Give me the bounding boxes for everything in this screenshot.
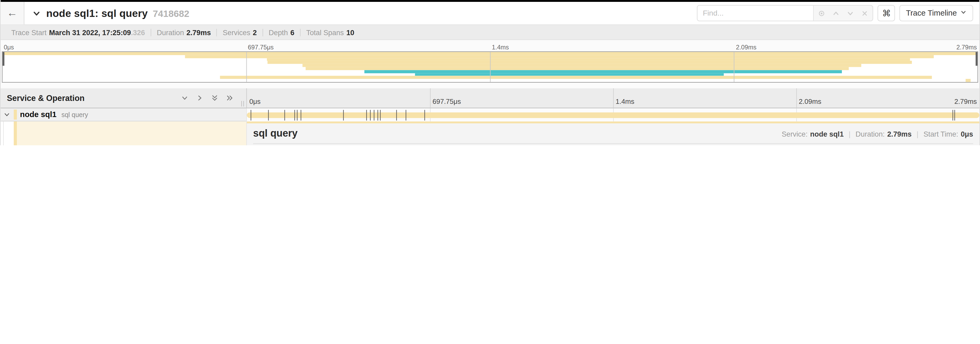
title-area: node sql1: sql query 7418682 <box>24 2 697 24</box>
minimap-tick-label: 2.79ms <box>956 44 977 51</box>
detail-row-left <box>0 122 247 145</box>
locate-icon[interactable] <box>818 9 826 17</box>
log-tick[interactable] <box>301 110 301 120</box>
indent-guide <box>3 122 4 145</box>
log-tick[interactable] <box>366 110 367 120</box>
log-tick[interactable] <box>952 110 953 120</box>
info-label: Depth <box>269 29 288 36</box>
meta-separator: | <box>849 130 851 138</box>
meta-separator: | <box>917 130 918 138</box>
operation-name: sql query <box>62 111 88 118</box>
minimap-tick-label: 697.75μs <box>248 44 274 51</box>
top-bar: ← node sql1: sql query 7418682 ⌘ Trace <box>0 2 979 25</box>
info-suffix: .326 <box>131 29 145 36</box>
minimap-tick-label: 0μs <box>4 44 14 51</box>
service-operation-title: Service & Operation <box>7 93 85 103</box>
ruler-tick-label: 1.4ms <box>616 98 634 105</box>
ruler-tick-label: 697.75μs <box>433 98 461 105</box>
minimap-canvas[interactable] <box>2 51 978 82</box>
trace-info-item: Duration2.79ms <box>151 29 216 36</box>
log-tick[interactable] <box>406 110 406 120</box>
log-tick[interactable] <box>374 110 374 120</box>
log-tick[interactable] <box>294 110 295 120</box>
span-bar[interactable] <box>247 112 980 118</box>
clear-search-icon[interactable] <box>861 9 869 17</box>
log-tick[interactable] <box>380 110 381 120</box>
find-group <box>697 5 873 21</box>
info-value: 10 <box>346 29 354 36</box>
trace-info-item: Trace StartMarch 31 2022, 17:25:09.326 <box>6 29 151 36</box>
log-tick[interactable] <box>955 110 955 120</box>
trace-info-item: Total Spans10 <box>300 29 360 36</box>
collapse-all-icon[interactable] <box>211 94 219 102</box>
tree-row-sql-query[interactable]: node sql1sql query <box>0 108 246 122</box>
log-tick[interactable] <box>343 110 344 120</box>
duration-value: 2.79ms <box>887 130 912 138</box>
trace-info-item: Depth6 <box>262 29 300 36</box>
service-label: Service: <box>782 130 808 138</box>
info-label: Duration <box>157 29 184 36</box>
divider <box>253 144 973 144</box>
log-tick[interactable] <box>370 110 371 120</box>
log-tick[interactable] <box>424 110 425 120</box>
back-arrow-icon: ← <box>7 7 18 19</box>
chevron-down-icon <box>960 9 967 18</box>
detail-header: sql queryService:node sql1|Duration:2.79… <box>253 128 973 139</box>
prev-result-icon[interactable] <box>832 9 840 17</box>
timeline-row[interactable] <box>247 108 980 122</box>
span-detail-panel: sql queryService:node sql1|Duration:2.79… <box>247 122 980 145</box>
minimap-span-bar <box>305 67 849 70</box>
keyboard-shortcuts-button[interactable]: ⌘ <box>878 5 895 21</box>
minimap-tick-label: 2.09ms <box>736 44 757 51</box>
span-bars-column: sql queryService:node sql1|Duration:2.79… <box>247 108 980 145</box>
info-value: 6 <box>290 29 294 36</box>
minimap-span-bar <box>185 55 934 58</box>
columns-header: Service & Operation || 0μs697.75μs1.4ms2… <box>0 88 979 108</box>
column-resizer-handle[interactable]: || <box>241 100 245 107</box>
trace-minimap: 0μs697.75μs1.4ms2.09ms2.79ms <box>0 40 979 88</box>
chevron-down-icon[interactable] <box>32 8 41 18</box>
minimap-span-bar <box>966 79 970 82</box>
minimap-tick-label: 1.4ms <box>492 44 509 51</box>
ruler-tick-label: 2.09ms <box>799 98 821 105</box>
trace-info-bar: Trace StartMarch 31 2022, 17:25:09.326Du… <box>0 25 979 40</box>
next-result-icon[interactable] <box>846 9 855 17</box>
detail-span-extent-bar <box>247 122 980 123</box>
expand-one-icon[interactable] <box>196 94 204 102</box>
detail-left-tint <box>17 122 246 145</box>
minimap-span-bar <box>364 70 842 73</box>
log-tick[interactable] <box>284 110 285 120</box>
span-color-accent <box>14 122 17 145</box>
span-rows-area: node sql1sql querynode sql1consuming row… <box>0 108 979 145</box>
trace-view-dropdown[interactable]: Trace Timeline <box>900 5 973 21</box>
back-button[interactable]: ← <box>0 2 24 24</box>
collapse-controls <box>181 94 234 102</box>
top-border <box>0 0 979 2</box>
trace-timeline-page: ← node sql1: sql query 7418682 ⌘ Trace <box>0 0 980 145</box>
service-value: node sql1 <box>810 130 844 138</box>
info-value: 2 <box>253 29 257 36</box>
log-tick[interactable] <box>297 110 297 120</box>
service-operation-header: Service & Operation || <box>0 88 247 107</box>
minimap-span-bar <box>267 58 910 61</box>
minimap-gridline <box>246 52 247 82</box>
duration-label: Duration: <box>856 130 885 138</box>
log-tick[interactable] <box>251 110 251 120</box>
minimap-span-bar <box>268 61 912 64</box>
minimap-gridline <box>490 52 490 82</box>
timeline-ruler: 0μs697.75μs1.4ms2.09ms2.79ms <box>247 88 980 107</box>
start-time-label: Start Time: <box>924 130 958 138</box>
minimap-scrubber-handle[interactable] <box>2 52 4 66</box>
minimap-scrubber-handle[interactable] <box>975 52 977 66</box>
service-name: node sql1 <box>20 110 56 119</box>
expand-all-icon[interactable] <box>226 94 234 102</box>
info-label: Total Spans <box>306 29 344 36</box>
log-tick[interactable] <box>396 110 397 120</box>
chevron-down-icon[interactable] <box>3 111 11 118</box>
log-tick[interactable] <box>377 110 378 120</box>
find-input[interactable] <box>698 6 813 21</box>
log-tick[interactable] <box>268 110 269 120</box>
minimap-span-bar <box>220 76 932 79</box>
trace-id: 7418682 <box>153 8 189 19</box>
collapse-one-icon[interactable] <box>181 94 189 102</box>
